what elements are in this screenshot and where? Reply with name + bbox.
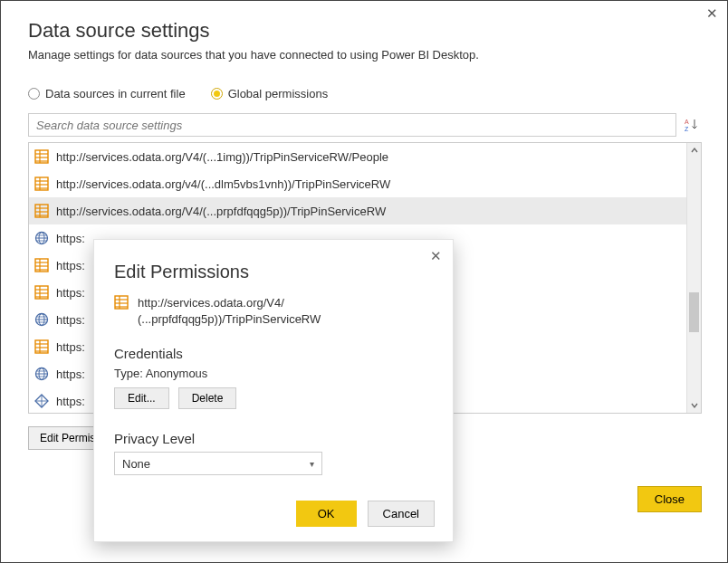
list-item-label: https: xyxy=(56,395,85,408)
list-item-label: https: xyxy=(56,367,85,381)
ok-button[interactable]: OK xyxy=(296,501,357,527)
table-icon xyxy=(34,285,49,300)
list-item-label: https: xyxy=(56,340,85,354)
modal-title: Edit Permissions xyxy=(114,262,433,282)
scroll-down-icon[interactable] xyxy=(687,398,701,413)
list-item-label: https: xyxy=(56,232,85,245)
privacy-level-select[interactable]: None ▾ xyxy=(114,452,322,475)
close-icon[interactable]: ✕ xyxy=(706,6,718,20)
globe-icon xyxy=(34,367,49,381)
radio-label: Global permissions xyxy=(228,87,329,100)
svg-text:A: A xyxy=(685,119,689,125)
list-item[interactable]: http://services.odata.org/v4/(...dlm5vbs… xyxy=(29,170,686,197)
close-button[interactable]: Close xyxy=(637,486,702,512)
sort-button[interactable]: A Z xyxy=(682,115,702,135)
table-icon xyxy=(34,258,49,272)
list-item-label: http://services.odata.org/V4/(...1img))/… xyxy=(56,150,388,164)
table-icon xyxy=(34,177,49,191)
svg-text:Z: Z xyxy=(685,126,689,132)
radio-icon xyxy=(211,88,223,100)
list-item[interactable]: http://services.odata.org/V4/(...1img))/… xyxy=(29,143,686,170)
path-text: http://services.odata.org/V4/ (...prpfdf… xyxy=(138,295,321,328)
dialog-title: Data source settings xyxy=(28,19,702,43)
cancel-button[interactable]: Cancel xyxy=(368,501,435,527)
edit-permissions-dialog: ✕ Edit Permissions http://services.odata… xyxy=(93,239,454,542)
table-icon xyxy=(114,295,129,310)
scope-radio-group: Data sources in current file Global perm… xyxy=(28,87,702,100)
table-icon xyxy=(34,339,49,354)
globe-icon xyxy=(34,312,49,327)
globe-icon xyxy=(34,231,49,245)
list-item[interactable]: http://services.odata.org/V4/(...prpfdfq… xyxy=(29,197,686,224)
list-item-label: https: xyxy=(56,259,85,272)
credentials-buttons: Edit... Delete xyxy=(114,387,433,409)
sort-icon: A Z xyxy=(685,118,699,132)
dialog-subtitle: Manage settings for data sources that yo… xyxy=(28,48,702,62)
radio-label: Data sources in current file xyxy=(45,87,186,100)
table-icon xyxy=(34,204,49,218)
list-item-label: http://services.odata.org/v4/(...dlm5vbs… xyxy=(56,177,390,191)
credentials-heading: Credentials xyxy=(114,346,433,361)
modal-footer: OK Cancel xyxy=(296,501,435,527)
diamond-icon xyxy=(34,394,49,408)
search-row: A Z xyxy=(28,113,702,137)
privacy-level-value: None xyxy=(122,457,150,471)
scrollbar[interactable] xyxy=(686,143,701,413)
credentials-type: Type: Anonymous xyxy=(114,367,433,380)
edit-credentials-button[interactable]: Edit... xyxy=(114,387,169,409)
scroll-thumb[interactable] xyxy=(689,292,699,332)
close-icon[interactable]: ✕ xyxy=(430,249,442,262)
search-input[interactable] xyxy=(28,113,676,137)
privacy-level-heading: Privacy Level xyxy=(114,431,433,446)
delete-credentials-button[interactable]: Delete xyxy=(178,387,237,409)
list-item-label: https: xyxy=(56,286,85,300)
radio-current-file[interactable]: Data sources in current file xyxy=(28,87,186,100)
data-source-path: http://services.odata.org/V4/ (...prpfdf… xyxy=(114,295,433,328)
table-icon xyxy=(34,149,49,164)
radio-icon xyxy=(28,88,40,100)
dialog-window: ✕ Data source settings Manage settings f… xyxy=(0,0,728,563)
scroll-up-icon[interactable] xyxy=(687,143,701,157)
list-item-label: http://services.odata.org/V4/(...prpfdfq… xyxy=(56,205,386,218)
radio-global-permissions[interactable]: Global permissions xyxy=(211,87,329,100)
list-item-label: https: xyxy=(56,313,85,327)
chevron-down-icon: ▾ xyxy=(310,459,314,469)
